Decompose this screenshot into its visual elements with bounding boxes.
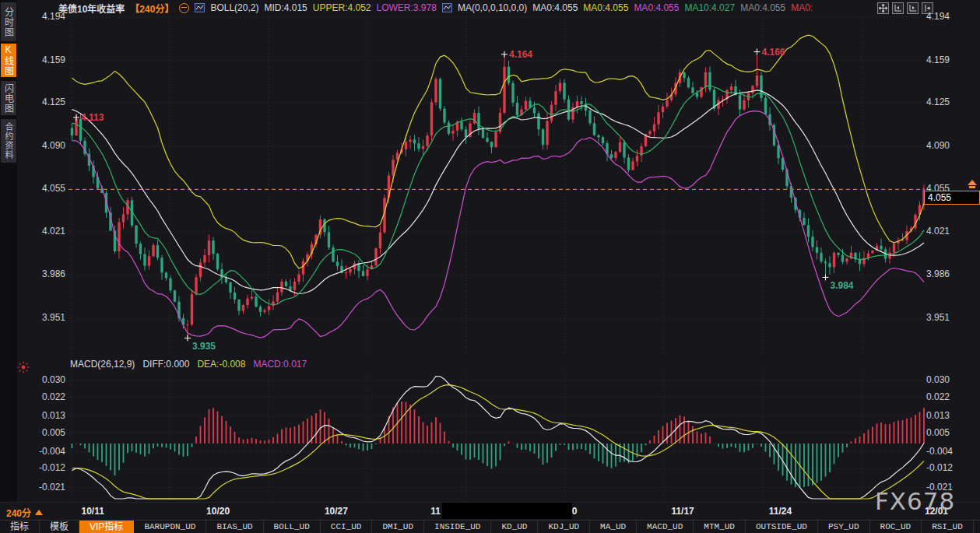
period-selector[interactable]: 240分	[6, 506, 43, 519]
macd-dea-value: DEA:-0.008	[197, 359, 245, 370]
redaction-box	[442, 503, 572, 519]
bottom-tab-barupdnud[interactable]: BARUPDN_UD	[134, 521, 206, 533]
boll-upper-line	[72, 35, 925, 268]
zoom-axis-right-icon[interactable]	[907, 2, 919, 14]
main-y-tick-left: 4.090	[31, 140, 65, 151]
macd-params-label[interactable]: MACD(26,12,9)	[70, 359, 135, 370]
period-label[interactable]: 【240分】	[130, 2, 174, 15]
extreme-cross-marker	[73, 114, 79, 121]
extreme-cross-marker	[754, 49, 760, 55]
macd-hist-value: MACD:0.017	[253, 359, 307, 370]
boll-upper-value: UPPER:4.052	[313, 2, 371, 13]
bottom-tab-rsiud[interactable]: RSI_UD	[922, 521, 974, 533]
price-annotation: 3.935	[192, 341, 216, 352]
macd-y-tick-right: -0.012	[926, 462, 953, 473]
price-annotation: 3.984	[831, 280, 854, 291]
period-text: 240分	[6, 506, 31, 519]
symbol-title: 美债10年收益率	[58, 2, 125, 15]
bottom-tab-bollud[interactable]: BOLL_UD	[264, 521, 321, 533]
bottom-tab-dmiud[interactable]: DMI_UD	[372, 521, 424, 533]
macd-y-tick-right: -0.004	[926, 446, 953, 457]
price-annotation: 4.113	[81, 112, 104, 123]
shift-right-icon[interactable]	[922, 2, 933, 14]
macd-chart[interactable]	[68, 372, 925, 502]
current-price-tag: 4.055	[924, 191, 980, 205]
bottom-tab-item1[interactable]: 模板	[40, 521, 79, 533]
sidebar-tab-contract-info[interactable]: 合约资料	[1, 119, 16, 163]
bottom-tab-kdud[interactable]: KD_UD	[491, 521, 538, 533]
bottom-tab-smaud[interactable]: SMA_UD	[974, 521, 980, 533]
price-pointer-icon[interactable]	[968, 180, 977, 190]
price-annotation: 4.166	[762, 47, 785, 58]
macd-y-tick-left: -0.004	[31, 446, 65, 457]
ma-label: MA(0,0,0,10,0,0)	[458, 2, 527, 13]
main-y-tick-right: 4.159	[926, 54, 950, 65]
bottom-tab-macdud[interactable]: MACD_UD	[637, 521, 694, 533]
period-collapse-icon[interactable]	[35, 510, 43, 515]
macd-header: MACD(26,12,9) DIFF:0.000 DEA:-0.008 MACD…	[70, 359, 307, 370]
bottom-tab-rocud[interactable]: ROC_UD	[870, 521, 922, 533]
indicator-tab-bar: 指标模板VIP指标BARUPDN_UDBIAS_UDBOLL_UDCCI_UDD…	[0, 520, 980, 533]
macd-histogram	[72, 402, 925, 488]
bottom-tab-outsideud[interactable]: OUTSIDE_UD	[746, 521, 818, 533]
bottom-tab-psyud[interactable]: PSY_UD	[818, 521, 870, 533]
macd-y-tick-left: -0.021	[31, 482, 65, 493]
trading-app-window: 分时图 K线图 闪电图 合约资料 美债10年收益率 【240分】 BOLL(20…	[0, 0, 980, 533]
main-y-tick-left: 4.055	[31, 183, 65, 194]
main-y-tick-right: 3.986	[926, 268, 950, 279]
sidebar-tab-time-chart[interactable]: 分时图	[1, 2, 16, 41]
main-y-tick-right: 4.125	[926, 96, 950, 107]
ma10-value: MA10:4.027	[684, 2, 735, 13]
main-y-tick-left: 4.159	[31, 54, 65, 65]
macd-y-tick-left: 0.013	[31, 410, 65, 421]
bottom-tab-cciud[interactable]: CCI_UD	[321, 521, 373, 533]
chart-toolbar	[877, 2, 933, 14]
main-y-tick-left: 4.125	[31, 96, 65, 107]
macd-y-tick-left: 0.022	[31, 391, 65, 402]
ma-value-3: MA0:4.055	[634, 2, 679, 13]
macd-y-tick-left: 0.005	[31, 427, 65, 438]
main-y-tick-right: 4.090	[926, 140, 950, 151]
boll-indicator-icon[interactable]	[195, 3, 205, 12]
macd-diff-value: DIFF:0.000	[142, 359, 189, 370]
macd-y-tick-right: 0.030	[926, 374, 950, 385]
bottom-tab-insideud[interactable]: INSIDE_UD	[424, 521, 491, 533]
price-annotation: 4.164	[509, 49, 532, 60]
main-y-tick-left: 4.021	[31, 226, 65, 237]
pan-icon[interactable]	[877, 2, 889, 14]
boll-mid-value: MID:4.015	[264, 2, 307, 13]
bottom-tab-mtmud[interactable]: MTM_UD	[694, 521, 746, 533]
ma-indicator-icon[interactable]	[442, 3, 452, 12]
main-y-tick-right: 4.021	[926, 226, 950, 237]
boll-lower-value: LOWER:3.978	[377, 2, 437, 13]
main-y-tick-left: 3.986	[31, 268, 65, 279]
bottom-tab-item0[interactable]: 指标	[0, 521, 40, 533]
ma-value-5: MA0:4.055	[740, 2, 785, 13]
sidebar-tab-kline-chart[interactable]: K线图	[1, 44, 16, 77]
ma-value-1: MA0:4.055	[532, 2, 578, 13]
ma-value-2: MA0:4.055	[583, 2, 628, 13]
extreme-cross-marker	[501, 51, 508, 58]
macd-y-tick-right: 0.022	[926, 391, 950, 402]
bottom-tab-kdjud[interactable]: KDJ_UD	[538, 521, 590, 533]
chart-type-sidebar: 分时图 K线图 闪电图 合约资料	[0, 0, 17, 502]
boll-label: BOLL(20,2)	[210, 2, 258, 13]
macd-y-tick-left: -0.012	[31, 462, 65, 473]
bottom-tab-vip[interactable]: VIP指标	[79, 521, 134, 533]
zoom-axis-left-icon[interactable]	[892, 2, 904, 14]
macd-y-tick-right: 0.013	[926, 410, 950, 421]
collapse-circle-icon[interactable]	[179, 3, 189, 13]
watermark: FX678	[875, 487, 955, 515]
main-candlestick-chart[interactable]: 4.1133.9354.1644.1663.984	[68, 16, 925, 355]
bottom-tab-maud[interactable]: MA_UD	[590, 521, 637, 533]
bottom-tab-biasud[interactable]: BIAS_UD	[206, 521, 263, 533]
main-y-tick-right: 3.951	[926, 312, 950, 323]
alert-starburst-icon[interactable]	[17, 361, 30, 377]
macd-y-tick-right: 0.005	[926, 427, 950, 438]
sidebar-tab-lightning-chart[interactable]: 闪电图	[1, 81, 16, 115]
extreme-cross-marker	[184, 335, 191, 341]
boll-lower-line	[72, 111, 925, 338]
chart-header: 美债10年收益率 【240分】 BOLL(20,2) MID:4.015 UPP…	[58, 2, 813, 14]
main-y-tick-left: 3.951	[31, 312, 65, 323]
macd-y-tick-left: 0.030	[31, 374, 65, 385]
